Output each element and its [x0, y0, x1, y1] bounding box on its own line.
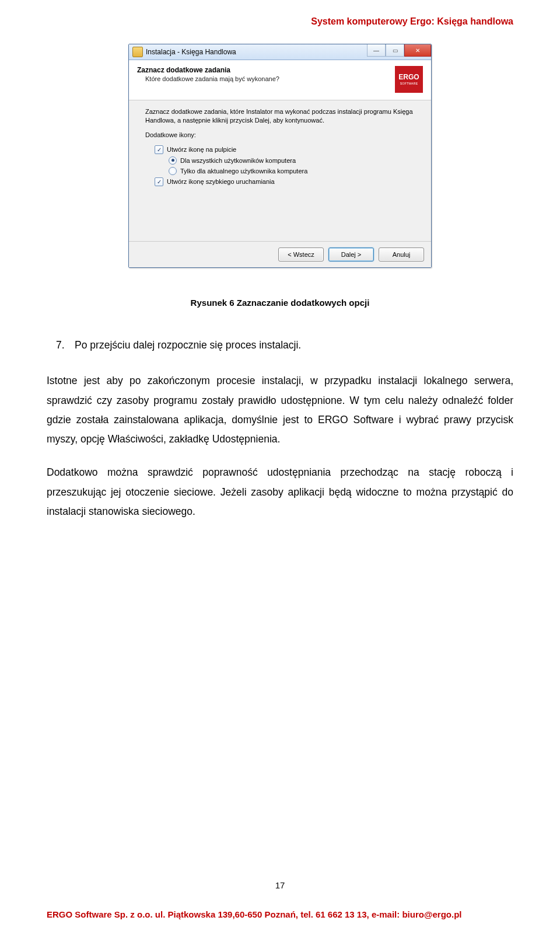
- radio-current-user-label: Tylko dla aktualnego użytkownika kompute…: [180, 168, 307, 175]
- wizard-body: Zaznacz dodatkowe zadania, które Instala…: [129, 100, 431, 241]
- checkbox-quicklaunch-label: Utwórz ikonę szybkiego uruchamiania: [167, 178, 275, 185]
- figure-caption: Rysunek 6 Zaznaczanie dodatkowych opcji: [0, 298, 560, 308]
- close-button[interactable]: ✕: [404, 44, 431, 57]
- logo-subtext: SOFTWARE: [400, 82, 418, 85]
- minimize-button[interactable]: —: [367, 44, 386, 57]
- window-title: Instalacja - Księga Handlowa: [146, 48, 367, 56]
- cancel-button[interactable]: Anuluj: [379, 247, 424, 261]
- wizard-header: Zaznacz dodatkowe zadania Które dodatkow…: [129, 60, 431, 100]
- wizard-subtitle: Które dodatkowe zadania mają być wykonan…: [145, 75, 389, 82]
- radio-all-users-label: Dla wszystkich użytkowników komputera: [180, 157, 296, 164]
- page-number: 17: [0, 880, 560, 890]
- radio-icon: [169, 167, 177, 175]
- document-page: System komputerowy Ergo: Księga handlowa…: [0, 0, 560, 931]
- maximize-button[interactable]: ▭: [386, 44, 404, 57]
- window-controls: — ▭ ✕: [367, 44, 431, 60]
- radio-current-user-row[interactable]: Tylko dla aktualnego użytkownika kompute…: [169, 167, 415, 175]
- checkbox-desktop-label: Utwórz ikonę na pulpicie: [167, 146, 236, 153]
- checkbox-quicklaunch-row[interactable]: ✓ Utwórz ikonę szybkiego uruchamiania: [155, 177, 415, 186]
- list-item-7: 7. Po przejściu dalej rozpocznie się pro…: [68, 336, 513, 355]
- document-body: 7. Po przejściu dalej rozpocznie się pro…: [47, 336, 513, 535]
- page-footer: ERGO Software Sp. z o.o. ul. Piątkowska …: [47, 909, 513, 919]
- checkbox-icon: ✓: [155, 145, 163, 154]
- installer-screenshot: Instalacja - Księga Handlowa — ▭ ✕ Zazna…: [128, 44, 432, 268]
- intro-text: Zaznacz dodatkowe zadania, które Instala…: [145, 107, 415, 125]
- wizard-button-row: < Wstecz Dalej > Anuluj: [129, 241, 431, 267]
- checkbox-icon: ✓: [155, 177, 163, 186]
- paragraph-2: Dodatkowo można sprawdzić poprawność udo…: [47, 463, 513, 521]
- back-button[interactable]: < Wstecz: [278, 247, 324, 261]
- checkbox-desktop-row[interactable]: ✓ Utwórz ikonę na pulpicie: [155, 145, 415, 154]
- radio-all-users-row[interactable]: Dla wszystkich użytkowników komputera: [169, 156, 415, 165]
- installer-window: Instalacja - Księga Handlowa — ▭ ✕ Zazna…: [128, 44, 432, 268]
- radio-icon: [169, 156, 177, 165]
- paragraph-1: Istotne jest aby po zakończonym procesie…: [47, 371, 513, 449]
- logo-text: ERGO: [398, 74, 419, 81]
- ergo-logo: ERGO SOFTWARE: [395, 66, 423, 93]
- next-button[interactable]: Dalej >: [328, 247, 374, 261]
- page-header: System komputerowy Ergo: Księga handlowa: [311, 16, 513, 27]
- app-icon: [132, 47, 143, 57]
- wizard-title: Zaznacz dodatkowe zadania: [137, 66, 389, 74]
- window-titlebar: Instalacja - Księga Handlowa — ▭ ✕: [129, 44, 431, 60]
- section-label: Dodatkowe ikony:: [145, 131, 415, 140]
